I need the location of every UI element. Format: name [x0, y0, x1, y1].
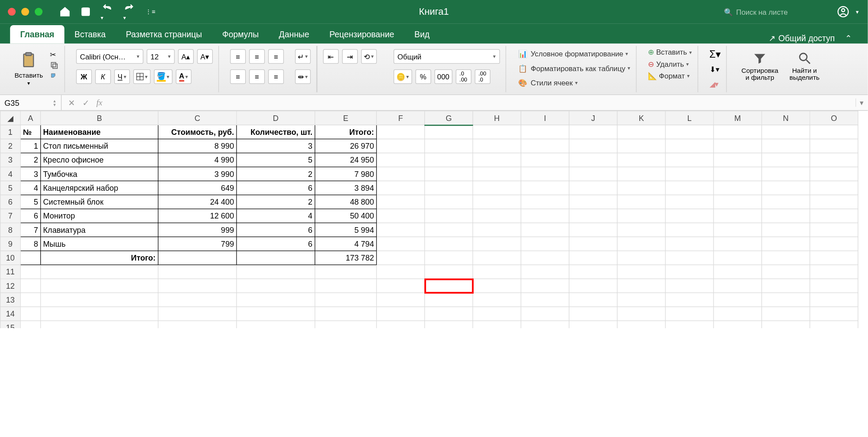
cell[interactable]: 12 600 [158, 209, 237, 223]
row-header[interactable]: 5 [0, 181, 20, 195]
cell[interactable]: Наименование [41, 125, 158, 139]
tab-data[interactable]: Данные [269, 25, 319, 44]
row-header[interactable]: 6 [0, 195, 20, 209]
cell[interactable]: Стол письменный [41, 139, 158, 153]
cancel-formula-icon[interactable]: ✕ [68, 98, 76, 108]
col-header-M[interactable]: M [713, 111, 762, 125]
row-header[interactable]: 14 [0, 307, 20, 321]
col-header-D[interactable]: D [237, 111, 315, 125]
col-header-E[interactable]: E [315, 111, 377, 125]
save-icon[interactable] [81, 7, 91, 16]
col-header-L[interactable]: L [665, 111, 713, 125]
col-header-G[interactable]: G [424, 111, 473, 125]
increase-indent-button[interactable]: ⇥ [342, 49, 358, 64]
home-icon[interactable] [59, 6, 71, 17]
percent-button[interactable]: % [415, 69, 431, 84]
spreadsheet-grid[interactable]: ◢ A B C D E F G H I J K L M N O 1 № Наим… [0, 111, 868, 328]
formula-input[interactable] [109, 95, 855, 110]
select-all-corner[interactable]: ◢ [0, 111, 20, 125]
tab-page-layout[interactable]: Разметка страницы [116, 25, 212, 44]
row-header[interactable]: 10 [0, 251, 20, 265]
cell[interactable]: 999 [158, 223, 237, 237]
user-icon[interactable] [837, 6, 849, 18]
bold-button[interactable]: Ж [76, 69, 92, 84]
share-button[interactable]: ↗ Общий доступ [769, 33, 835, 43]
tab-home[interactable]: Главная [10, 25, 64, 44]
borders-button[interactable]: ▾ [133, 69, 151, 84]
cut-icon[interactable]: ✂ [50, 50, 59, 59]
font-color-button[interactable]: A▾ [176, 69, 191, 84]
cell[interactable]: 5 [20, 195, 40, 209]
row-header[interactable]: 13 [0, 293, 20, 307]
fx-icon[interactable]: fx [96, 98, 102, 108]
increase-font-button[interactable]: A▴ [178, 49, 194, 64]
cell[interactable]: 4 990 [158, 153, 237, 167]
col-header-J[interactable]: J [569, 111, 617, 125]
cell[interactable]: 24 950 [315, 153, 377, 167]
delete-cells-button[interactable]: ⊖Удалить▾ [648, 60, 692, 68]
row-header[interactable]: 15 [0, 321, 20, 328]
row-header[interactable]: 2 [0, 139, 20, 153]
format-as-table-button[interactable]: 📋Форматировать как таблицу▾ [517, 62, 631, 74]
fill-color-button[interactable]: 🪣▾ [154, 69, 173, 84]
col-header-F[interactable]: F [377, 111, 425, 125]
row-header[interactable]: 11 [0, 265, 20, 279]
cell[interactable]: 173 782 [315, 251, 377, 265]
cell[interactable]: Стоимость, руб. [158, 125, 237, 139]
cell[interactable]: 3 [20, 167, 40, 181]
cell[interactable]: Кресло офисное [41, 153, 158, 167]
cell[interactable]: 6 [237, 237, 315, 251]
cell[interactable]: Клавиатура [41, 223, 158, 237]
cell[interactable]: 799 [158, 237, 237, 251]
cell[interactable]: 5 [237, 153, 315, 167]
cell[interactable]: 8 [20, 237, 40, 251]
redo-icon[interactable]: ▾ [123, 3, 135, 21]
decrease-indent-button[interactable]: ⇤ [323, 49, 339, 64]
row-header[interactable]: 8 [0, 223, 20, 237]
cell-styles-button[interactable]: 🎨Стили ячеек▾ [517, 77, 631, 88]
col-header-A[interactable]: A [20, 111, 40, 125]
format-painter-icon[interactable] [50, 72, 59, 81]
copy-icon[interactable] [50, 61, 59, 70]
cell[interactable]: 3 894 [315, 181, 377, 195]
decrease-font-button[interactable]: A▾ [197, 49, 213, 64]
orientation-button[interactable]: ⟲▾ [361, 49, 377, 64]
format-cells-button[interactable]: 📐Формат▾ [648, 72, 692, 80]
collapse-ribbon-icon[interactable]: ⌃ [845, 33, 852, 43]
align-top-button[interactable]: ≡ [230, 49, 246, 64]
cell[interactable]: 7 980 [315, 167, 377, 181]
paste-button[interactable]: Вставить▾ [11, 48, 46, 88]
row-header[interactable]: 1 [0, 125, 20, 139]
italic-button[interactable]: К [95, 69, 111, 84]
autosum-icon[interactable]: Σ▾ [710, 48, 721, 60]
row-header[interactable]: 7 [0, 209, 20, 223]
cell[interactable]: 50 400 [315, 209, 377, 223]
fill-icon[interactable]: ⬇▾ [710, 65, 720, 74]
cell[interactable]: 5 994 [315, 223, 377, 237]
clear-icon[interactable]: ◢▾ [710, 80, 719, 88]
insert-cells-button[interactable]: ⊕Вставить▾ [648, 48, 692, 56]
dropdown-icon[interactable]: ▾ [856, 9, 858, 15]
minimize-window-button[interactable] [21, 8, 29, 16]
col-header-B[interactable]: B [41, 111, 158, 125]
cell[interactable]: 48 800 [315, 195, 377, 209]
name-box[interactable]: G35 ▲▼ [0, 95, 62, 110]
wrap-text-button[interactable]: ↵▾ [295, 49, 311, 64]
cell[interactable]: Монитор [41, 209, 158, 223]
confirm-formula-icon[interactable]: ✓ [82, 98, 90, 108]
align-middle-button[interactable]: ≡ [249, 49, 265, 64]
cell[interactable]: 2 [20, 153, 40, 167]
font-size-select[interactable]: 12▾ [147, 49, 175, 64]
cell[interactable]: 4 [237, 209, 315, 223]
qat-customize-icon[interactable]: ⋮≡ [145, 8, 155, 16]
underline-button[interactable]: Ч▾ [114, 69, 130, 84]
cell[interactable]: Мышь [41, 237, 158, 251]
cell[interactable]: 8 990 [158, 139, 237, 153]
row-header[interactable]: 9 [0, 237, 20, 251]
conditional-formatting-button[interactable]: 📊Условное форматирование▾ [517, 48, 631, 59]
increase-decimal-button[interactable]: .0.00 [456, 69, 471, 84]
tab-view[interactable]: Вид [404, 25, 440, 44]
col-header-O[interactable]: O [810, 111, 858, 125]
highlighted-cell[interactable] [424, 279, 473, 293]
row-header[interactable]: 4 [0, 167, 20, 181]
